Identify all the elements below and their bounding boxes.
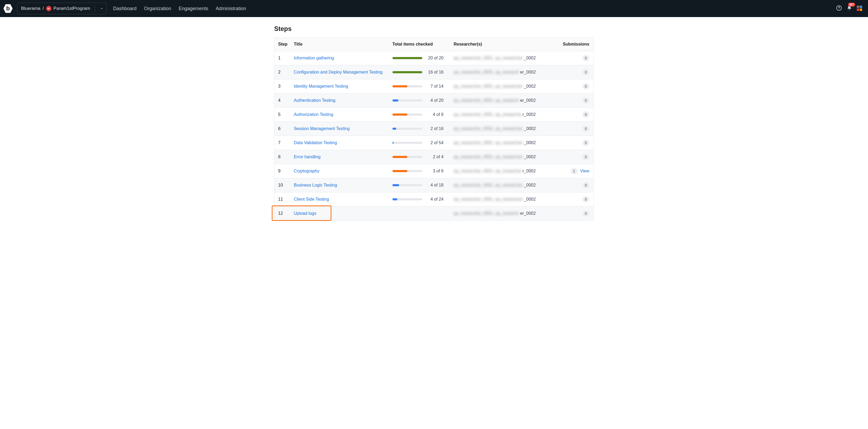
researcher-text: qa_researcher_0001, qa_researcher_0002: [454, 70, 553, 74]
progress-text: 16 of 16: [427, 70, 443, 74]
researcher-text: qa_researcher_0001, qa_researcher_0002: [454, 211, 553, 216]
progress-bar: [393, 85, 422, 87]
researcher-text: qa_researcher_0001, qa_researcher_0002: [454, 197, 553, 202]
researcher-text: qa_researcher_0001, qa_researcher_0002: [454, 141, 553, 145]
notifications-icon[interactable]: 557: [847, 5, 852, 12]
breadcrumb[interactable]: Bluerama / ∞ Param1stProgram: [17, 3, 106, 14]
progress-bar: [393, 114, 422, 116]
step-number: 8: [274, 150, 291, 164]
progress-text: 3 of 6: [427, 169, 443, 174]
breadcrumb-program: Param1stProgram: [54, 6, 90, 11]
progress-bar: [393, 71, 422, 73]
progress-bar: [393, 184, 422, 186]
breadcrumb-dropdown[interactable]: [97, 3, 106, 14]
col-submissions: Submissions: [557, 37, 594, 51]
submission-count: 0: [582, 196, 589, 203]
progress-text: 4 of 20: [427, 98, 443, 103]
progress-bar: [393, 156, 422, 158]
table-row: 7Data Validation Testing2 of 54qa_resear…: [274, 136, 594, 150]
col-step: Step: [274, 37, 291, 51]
progress-bar: [393, 198, 422, 201]
progress-text: 4 of 24: [427, 197, 443, 202]
step-number: 3: [274, 80, 291, 94]
step-title-link[interactable]: Cryptography: [294, 169, 319, 173]
step-number: 5: [274, 108, 291, 122]
nav-links: Dashboard Organization Engagements Admin…: [113, 6, 246, 11]
breadcrumb-separator: /: [43, 6, 44, 11]
view-link[interactable]: View: [580, 169, 589, 173]
main-content: Steps Step Title Total items checked Res…: [274, 17, 594, 231]
table-row: 9Cryptography3 of 6qa_researcher_0001, q…: [274, 164, 594, 178]
step-title-link[interactable]: Data Validation Testing: [294, 141, 337, 145]
submission-count: 0: [582, 55, 589, 61]
table-row: 10Business Logic Testing4 of 18qa_resear…: [274, 178, 594, 192]
progress-bar: [393, 170, 422, 172]
researcher-text: qa_researcher_0001, qa_researcher_0002: [454, 169, 553, 174]
divider: [95, 5, 95, 12]
step-title-link[interactable]: Authorization Testing: [294, 112, 333, 117]
progress-bar: [393, 99, 422, 101]
nav-engagements[interactable]: Engagements: [179, 6, 208, 11]
table-row: 6Session Management Testing2 of 16qa_res…: [274, 122, 594, 136]
researcher-text: qa_researcher_0001, qa_researcher_0002: [454, 183, 553, 188]
table-row: 11Client Side Testing4 of 24qa_researche…: [274, 192, 594, 207]
table-row: 3Identity Management Testing7 of 14qa_re…: [274, 80, 594, 94]
progress-bar: [393, 57, 422, 59]
step-title-link[interactable]: Upload logs: [294, 211, 316, 216]
researcher-text: qa_researcher_0001, qa_researcher_0002: [454, 126, 553, 131]
submission-count: 0: [582, 210, 589, 217]
table-header-row: Step Title Total items checked Researche…: [274, 37, 594, 51]
col-items: Total items checked: [389, 37, 451, 51]
help-icon[interactable]: [836, 5, 842, 12]
step-title-link[interactable]: Error handling: [294, 155, 321, 159]
submission-count: 0: [582, 97, 589, 104]
researcher-text: qa_researcher_0001, qa_researcher_0002: [454, 155, 553, 159]
table-row: 12Upload logsqa_researcher_0001, qa_rese…: [274, 207, 594, 221]
researcher-text: qa_researcher_0001, qa_researcher_0002: [454, 98, 553, 103]
researcher-text: qa_researcher_0001, qa_researcher_0002: [454, 84, 553, 89]
col-title: Title: [291, 37, 389, 51]
progress-text: 2 of 4: [427, 155, 443, 159]
step-title-link[interactable]: Authentication Testing: [294, 98, 335, 102]
step-title-link[interactable]: Client Side Testing: [294, 197, 329, 202]
svg-point-1: [839, 9, 839, 9]
table-row: 4Authentication Testing4 of 20qa_researc…: [274, 94, 594, 108]
progress-text: 2 of 16: [427, 126, 443, 131]
table-row: 1Information gathering20 of 20qa_researc…: [274, 51, 594, 65]
step-number: 4: [274, 94, 291, 108]
submission-count: 0: [582, 83, 589, 90]
step-number: 9: [274, 164, 291, 178]
step-title-link[interactable]: Business Logic Testing: [294, 183, 337, 187]
progress-text: 7 of 14: [427, 84, 443, 89]
progress-text: 2 of 54: [427, 141, 443, 145]
submission-count: 0: [582, 140, 589, 146]
nav-organization[interactable]: Organization: [144, 6, 171, 11]
brand-logo[interactable]: b: [3, 4, 13, 13]
step-title-link[interactable]: Configuration and Deploy Management Test…: [294, 70, 382, 74]
step-number: 10: [274, 178, 291, 192]
step-number: 1: [274, 51, 291, 65]
progress-bar: [393, 142, 422, 144]
step-title-link[interactable]: Session Management Testing: [294, 126, 350, 131]
step-number: 12: [274, 207, 291, 221]
table-row: 2Configuration and Deploy Management Tes…: [274, 65, 594, 80]
breadcrumb-org: Bluerama: [21, 6, 40, 11]
nav-dashboard[interactable]: Dashboard: [113, 6, 136, 11]
step-number: 7: [274, 136, 291, 150]
nav-administration[interactable]: Administration: [216, 6, 246, 11]
step-title-link[interactable]: Information gathering: [294, 56, 334, 60]
table-row: 5Authorization Testing4 of 8qa_researche…: [274, 108, 594, 122]
progress-text: 20 of 20: [427, 56, 443, 60]
step-number: 2: [274, 65, 291, 80]
submission-count: 0: [582, 112, 589, 118]
page-title: Steps: [274, 25, 594, 32]
app-switcher-icon[interactable]: [857, 6, 863, 11]
nav-icons: 557: [836, 5, 865, 12]
step-title-link[interactable]: Identity Management Testing: [294, 84, 348, 89]
top-nav: b Bluerama / ∞ Param1stProgram Dashboard…: [0, 0, 868, 17]
submission-count: 0: [582, 154, 589, 160]
progress-text: 4 of 18: [427, 183, 443, 188]
notification-badge: 557: [848, 3, 855, 7]
step-number: 6: [274, 122, 291, 136]
submission-count: 0: [582, 69, 589, 75]
